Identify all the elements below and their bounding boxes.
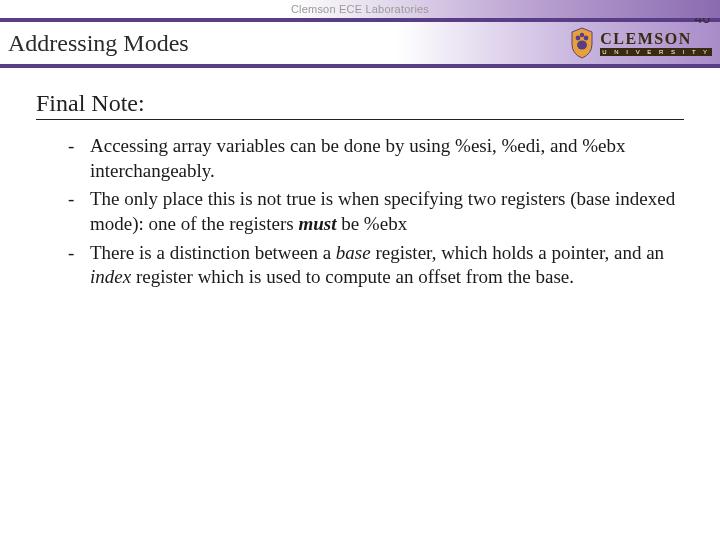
list-item: - Accessing array variables can be done … [68,134,684,183]
list-item: - The only place this is not true is whe… [68,187,684,236]
svg-point-2 [580,33,584,37]
brand-logo: CLEMSON U N I V E R S I T Y [568,26,712,60]
svg-point-0 [576,36,581,41]
list-item: - There is a distinction between a base … [68,241,684,290]
bullet-text: Accessing array variables can be done by… [90,134,684,183]
bullet-text: There is a distinction between a base re… [90,241,684,290]
emphasis: must [298,213,336,234]
brand-name: CLEMSON [600,31,712,47]
bullet-dash: - [68,187,90,236]
content-area: Final Note: - Accessing array variables … [0,68,720,290]
section-heading: Final Note: [36,90,684,120]
emphasis: base [336,242,371,263]
paw-icon [568,26,596,60]
bullet-dash: - [68,134,90,183]
brand-subline: U N I V E R S I T Y [600,48,712,56]
title-bar: Addressing Modes CLEMSON U N I V E R S I… [0,18,720,68]
emphasis: index [90,266,131,287]
header-bar: Clemson ECE Laboratories [0,0,720,18]
bullet-dash: - [68,241,90,290]
bullet-text: The only place this is not true is when … [90,187,684,236]
svg-point-1 [584,36,589,41]
bullet-list: - Accessing array variables can be done … [36,134,684,290]
svg-point-3 [577,41,587,50]
slide-title: Addressing Modes [8,30,189,57]
header-label: Clemson ECE Laboratories [291,3,429,15]
brand-wordmark: CLEMSON U N I V E R S I T Y [600,31,712,56]
